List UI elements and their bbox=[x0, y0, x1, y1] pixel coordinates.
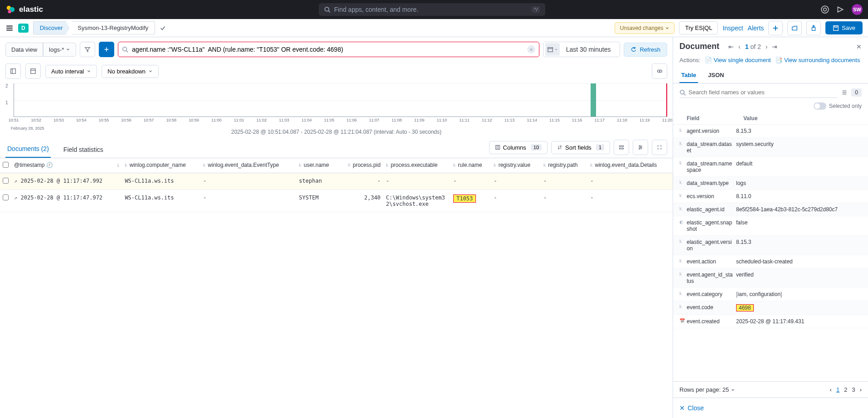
select-all-checkbox[interactable] bbox=[3, 162, 9, 168]
breadcrumb-discover[interactable]: Discover bbox=[33, 21, 70, 34]
toggle-chart-button[interactable] bbox=[25, 63, 41, 79]
field-row[interactable]: kevent.actionscheduled-task-created bbox=[673, 255, 868, 268]
pager-1[interactable]: 1 bbox=[836, 386, 839, 393]
field-row[interactable]: kelastic_agent.version8.15.3 bbox=[673, 236, 868, 255]
svg-rect-21 bbox=[11, 69, 16, 74]
logo[interactable]: elastic bbox=[5, 5, 43, 15]
field-row[interactable]: kagent.version8.15.3 bbox=[673, 125, 868, 138]
toggle-sidebar-button[interactable] bbox=[5, 63, 21, 79]
view-single-doc-link[interactable]: 📄 View single document bbox=[705, 57, 771, 63]
sort-button[interactable]: Sort fields 1 bbox=[551, 141, 610, 154]
last-page-icon[interactable]: ⇥ bbox=[772, 43, 777, 50]
tab-documents[interactable]: Documents (2) bbox=[5, 141, 51, 158]
fullscreen-button[interactable] bbox=[652, 140, 667, 155]
field-row[interactable]: 📅event.created2025-02-28 @ 11:17:49.431 bbox=[673, 315, 868, 328]
dataview-label[interactable]: Data view bbox=[5, 43, 43, 57]
doc-tab-json[interactable]: JSON bbox=[706, 68, 726, 83]
global-search-shortcut: ^/ bbox=[532, 6, 540, 13]
prev-page-icon[interactable]: ‹ bbox=[738, 43, 741, 50]
unsaved-changes-badge[interactable]: Unsaved changes bbox=[615, 22, 674, 34]
share-button[interactable] bbox=[806, 21, 821, 35]
add-filter-button[interactable] bbox=[99, 42, 114, 57]
svg-rect-27 bbox=[495, 146, 499, 150]
col-process-executable[interactable]: k process.executable bbox=[383, 158, 451, 173]
alerts-link[interactable]: Alerts bbox=[748, 24, 764, 32]
col-registry-path[interactable]: k registry.path bbox=[541, 158, 587, 173]
col-computer-name[interactable]: k winlog.computer_name bbox=[122, 158, 200, 173]
col-event-type[interactable]: k winlog.event_data.EventType bbox=[200, 158, 296, 173]
clear-query-icon[interactable]: ✕ bbox=[527, 45, 535, 53]
pager-prev[interactable]: ‹ bbox=[830, 386, 832, 393]
refresh-button[interactable]: Refresh bbox=[624, 43, 667, 57]
col-details[interactable]: k winlog.event_data.Details bbox=[587, 158, 673, 173]
field-row[interactable]: kevent.agent_id_statusverified bbox=[673, 268, 868, 288]
breadcrumb-saved-search[interactable]: Sysmon-13-RegistryModify bbox=[69, 21, 155, 34]
first-page-icon[interactable]: ⇤ bbox=[728, 43, 734, 50]
search-icon bbox=[122, 46, 128, 53]
breakdown-selector[interactable]: No breakdown bbox=[102, 65, 159, 78]
nav-toggle-icon[interactable] bbox=[5, 24, 14, 32]
doc-tab-table[interactable]: Table bbox=[679, 68, 698, 83]
col-user-name[interactable]: k user.name bbox=[296, 158, 339, 173]
user-avatar[interactable]: SW bbox=[852, 4, 863, 15]
columns-button[interactable]: Columns 10 bbox=[489, 141, 548, 154]
interval-selector[interactable]: Auto interval bbox=[45, 65, 97, 78]
dataview-pattern[interactable]: logs-* bbox=[43, 43, 76, 57]
inspect-link[interactable]: Inspect bbox=[723, 24, 743, 32]
dataview-selector[interactable]: Data view logs-* bbox=[5, 43, 76, 57]
check-icon bbox=[160, 25, 166, 31]
save-button[interactable]: Save bbox=[825, 21, 863, 34]
doc-search-input[interactable] bbox=[689, 89, 838, 96]
table-row[interactable]: ↗ 2025-02-28 @ 11:17:47.992WS-CL11a.ws.i… bbox=[0, 173, 673, 190]
lens-suggestion-button[interactable] bbox=[652, 63, 667, 79]
field-row[interactable]: ◐elastic_agent.snapshotfalse bbox=[673, 216, 868, 236]
col-registry-value[interactable]: k registry.value bbox=[491, 158, 541, 173]
histogram-chart[interactable]: 21 10:5110:5210:5310:5410:5510:5610:5710… bbox=[11, 83, 667, 124]
field-row[interactable]: kevent.category[iam, configuration] bbox=[673, 288, 868, 301]
expand-icon[interactable]: ↗ bbox=[14, 178, 17, 184]
chart-bar bbox=[591, 83, 596, 117]
filter-icon-button[interactable] bbox=[80, 42, 95, 57]
svg-rect-31 bbox=[620, 148, 624, 149]
field-row[interactable]: kelastic_agent.id8e5f2584-1aea-42b3-812c… bbox=[673, 203, 868, 216]
field-list[interactable]: kagent.version8.15.3kdata_stream.dataset… bbox=[673, 125, 868, 381]
date-picker[interactable]: Last 30 minutes bbox=[543, 42, 621, 57]
col-timestamp[interactable]: @timestamp 🕘 ↓ bbox=[11, 158, 122, 173]
field-row[interactable]: kdata_stream.datasetsystem.security bbox=[673, 138, 868, 157]
search-icon bbox=[324, 6, 330, 13]
col-rule-name[interactable]: k rule.name bbox=[451, 158, 491, 173]
next-page-icon[interactable]: › bbox=[766, 43, 768, 50]
row-checkbox[interactable] bbox=[3, 194, 9, 200]
global-search[interactable]: Find apps, content, and more. ^/ bbox=[319, 3, 545, 16]
help-icon[interactable] bbox=[821, 5, 829, 14]
new-button[interactable] bbox=[768, 21, 783, 35]
selected-only-toggle[interactable] bbox=[814, 102, 826, 110]
open-button[interactable] bbox=[787, 21, 802, 35]
svg-rect-19 bbox=[548, 48, 553, 52]
rows-per-page[interactable]: Rows per page: 25 bbox=[679, 386, 735, 393]
field-row[interactable]: kdata_stream.namespacedefault bbox=[673, 157, 868, 177]
expand-icon[interactable]: ↗ bbox=[14, 194, 17, 201]
svg-rect-30 bbox=[620, 146, 624, 146]
space-badge[interactable]: D bbox=[18, 24, 29, 33]
pager-3[interactable]: 3 bbox=[852, 386, 855, 393]
newsfeed-icon[interactable] bbox=[836, 5, 844, 14]
field-row[interactable]: kevent.code4698 bbox=[673, 301, 868, 315]
pager-next[interactable]: › bbox=[860, 386, 862, 393]
col-process-pid[interactable]: # process.pid bbox=[338, 158, 383, 173]
view-surrounding-docs-link[interactable]: 📑 View surrounding documents bbox=[775, 57, 860, 63]
field-row[interactable]: kdata_stream.typelogs bbox=[673, 177, 868, 190]
try-esql-button[interactable]: Try ES|QL bbox=[679, 21, 718, 34]
settings-icon-button[interactable] bbox=[633, 140, 648, 155]
query-input[interactable] bbox=[132, 46, 523, 53]
field-filter-icon[interactable] bbox=[841, 89, 848, 96]
pager-2[interactable]: 2 bbox=[844, 386, 847, 393]
doc-field-search[interactable] bbox=[679, 87, 838, 98]
tab-field-statistics[interactable]: Field statistics bbox=[62, 141, 105, 158]
display-options-button[interactable] bbox=[614, 140, 629, 155]
close-button[interactable]: ✕Close bbox=[679, 404, 704, 412]
field-row[interactable]: kecs.version8.11.0 bbox=[673, 190, 868, 203]
close-flyout-icon[interactable]: ✕ bbox=[856, 43, 862, 50]
row-checkbox[interactable] bbox=[3, 178, 9, 184]
table-row[interactable]: ↗ 2025-02-28 @ 11:17:47.972WS-CL11a.ws.i… bbox=[0, 190, 673, 212]
